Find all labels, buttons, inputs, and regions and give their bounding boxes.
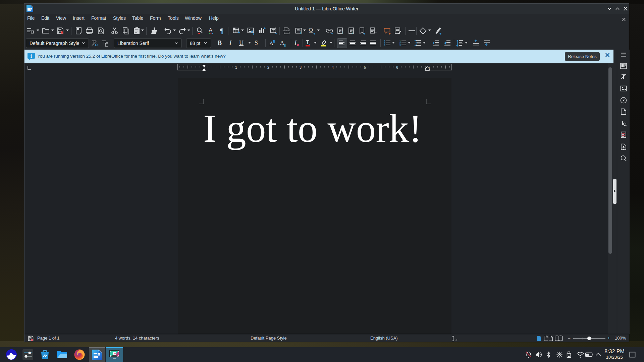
svg-text:3: 3 <box>399 44 401 46</box>
svg-text:I: I <box>294 40 297 46</box>
svg-text:i: i <box>31 54 32 59</box>
svg-text:1: 1 <box>299 31 301 35</box>
svg-text:1: 1 <box>235 65 237 69</box>
svg-text:4: 4 <box>332 65 334 69</box>
svg-text:B: B <box>284 44 286 47</box>
svg-text:B: B <box>273 40 275 43</box>
svg-text:T: T <box>306 40 309 45</box>
svg-text:6: 6 <box>396 65 398 69</box>
svg-text:A: A <box>209 27 213 34</box>
svg-text:3: 3 <box>300 65 302 69</box>
svg-text:¶: ¶ <box>220 27 223 35</box>
svg-text:i: i <box>352 31 353 35</box>
svg-text:1: 1 <box>341 31 343 35</box>
svg-text:2: 2 <box>267 65 269 69</box>
svg-text:5: 5 <box>364 65 366 69</box>
svg-text:Ω: Ω <box>309 27 313 34</box>
